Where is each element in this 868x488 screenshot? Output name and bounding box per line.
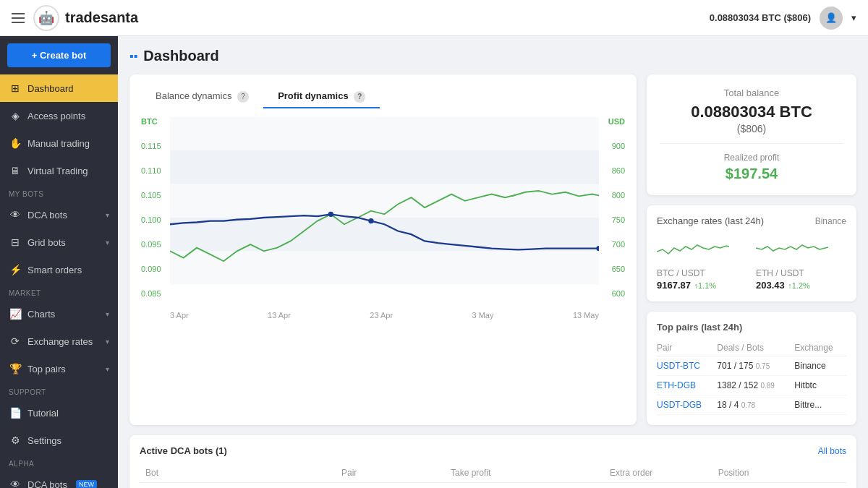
exchange-2: Bittre... <box>794 395 846 415</box>
grid-icon: ⊟ <box>9 236 22 249</box>
profit-help-icon[interactable]: ? <box>354 91 365 103</box>
sidebar-label-charts: Charts <box>27 309 55 320</box>
btc-usdt-pair: BTC / USDT <box>657 268 747 278</box>
sidebar-label-virtual: Virtual Trading <box>27 166 88 176</box>
rates-header: Exchange rates (last 24h) Binance <box>657 215 846 226</box>
alpha-dca-icon: 👁 <box>9 478 22 488</box>
rates-chevron: ▾ <box>106 338 109 346</box>
card-divider <box>660 143 843 144</box>
balance-help-icon[interactable]: ? <box>237 91 249 103</box>
dca-col-take-profit: Take profit <box>445 463 604 483</box>
market-section: MARKET <box>0 283 118 300</box>
deals-1: 1382 / 152 0.89 <box>717 376 794 395</box>
sidebar-item-manual-trading[interactable]: ✋ Manual trading <box>0 129 118 157</box>
top-pairs-header: Top pairs (last 24h) <box>657 322 846 333</box>
logo-icon: 🤖 <box>33 5 59 31</box>
exchange-0: Binance <box>794 356 846 376</box>
eth-usdt-pair: ETH / USDT <box>756 268 846 278</box>
btc-usdt-value: 9167.87 <box>657 280 691 291</box>
chart-tabs: Balance dynamics ? Profit dynamics ? <box>141 86 625 108</box>
sidebar-item-virtual-trading[interactable]: 🖥 Virtual Trading <box>0 157 118 184</box>
chart-area: BTC 0.115 0.110 0.105 0.100 0.095 0.090 … <box>141 117 625 320</box>
sidebar-item-tutorial[interactable]: 📄 Tutorial <box>0 399 118 427</box>
exchange-1: Hitbtc <box>794 376 846 395</box>
right-panel: Total balance 0.08803034 BTC ($806) Real… <box>647 74 856 425</box>
sidebar-label-dca: DCA bots <box>27 210 67 221</box>
btc-usdt-change: ↑1.1% <box>694 281 716 290</box>
dca-icon: 👁 <box>9 208 22 221</box>
avatar-chevron[interactable]: ▾ <box>851 12 856 23</box>
topbar-right: 0.08803034 BTC ($806) 👤 ▾ <box>710 7 856 30</box>
col-pair: Pair <box>657 340 717 356</box>
sidebar-item-exchange-rates[interactable]: ⟳ Exchange rates ▾ <box>0 328 118 355</box>
sidebar-item-access-points[interactable]: ◈ Access points <box>0 102 118 129</box>
rate-item-eth: ETH / USDT 203.43 ↑1.2% <box>756 234 846 291</box>
sidebar-item-grid-bots[interactable]: ⊟ Grid bots ▾ <box>0 228 118 256</box>
sidebar-item-dashboard[interactable]: ⊞ Dashboard <box>0 74 118 102</box>
topbar: 🤖 tradesanta 0.08803034 BTC ($806) 👤 ▾ <box>0 0 868 36</box>
create-bot-button[interactable]: + Create bot <box>7 43 111 67</box>
chart-x-axis: 3 Apr 13 Apr 23 Apr 3 May 13 May <box>170 311 599 320</box>
dca-col-extra-order: Extra order <box>604 463 712 483</box>
usd-label: USD <box>599 117 625 126</box>
tab-balance-dynamics[interactable]: Balance dynamics ? <box>141 86 263 108</box>
support-section: SUPPORT <box>0 382 118 399</box>
tab-profit-dynamics[interactable]: Profit dynamics ? <box>263 86 380 108</box>
sidebar-item-alpha-dca[interactable]: 👁 DCA bots NEW <box>0 471 118 488</box>
sidebar-item-smart-orders[interactable]: ⚡ Smart orders <box>0 256 118 283</box>
rates-source: Binance <box>815 216 846 226</box>
rates-icon: ⟳ <box>9 335 22 348</box>
sidebar-label-rates: Exchange rates <box>27 336 93 347</box>
dashboard-grid-icon: ▪▪ <box>129 50 137 63</box>
dca-all-bots-link[interactable]: All bots <box>818 446 846 456</box>
chart-y-axis-left: BTC 0.115 0.110 0.105 0.100 0.095 0.090 … <box>141 117 170 298</box>
top-pairs-card: Top pairs (last 24h) Pair Deals / Bots E… <box>647 312 856 425</box>
tutorial-icon: 📄 <box>9 406 22 419</box>
rate-item-btc: BTC / USDT 9167.87 ↑1.1% <box>657 234 747 291</box>
user-avatar[interactable]: 👤 <box>820 7 843 30</box>
balance-card: Total balance 0.08803034 BTC ($806) Real… <box>647 74 856 195</box>
charts-row: Balance dynamics ? Profit dynamics ? BTC… <box>129 74 856 425</box>
dca-chevron: ▾ <box>106 211 109 219</box>
sidebar-item-charts[interactable]: 📈 Charts ▾ <box>0 300 118 328</box>
topbar-left: 🤖 tradesanta <box>12 5 138 31</box>
deals-0: 701 / 175 0.75 <box>717 356 794 376</box>
table-row: USDT-DGB 18 / 4 0.78 Bittre... <box>657 395 846 415</box>
eth-usdt-change: ↑1.2% <box>788 281 810 290</box>
pair-link-0[interactable]: USDT-BTC <box>657 361 700 371</box>
rates-grid: BTC / USDT 9167.87 ↑1.1% ETH / USDT 203.… <box>657 234 846 291</box>
rates-title: Exchange rates (last 24h) <box>657 215 764 226</box>
svg-point-4 <box>368 218 373 223</box>
pair-link-1[interactable]: ETH-DGB <box>657 380 696 390</box>
dca-table-header: Active DCA bots (1) All bots <box>140 445 846 456</box>
grid-chevron: ▾ <box>106 239 109 247</box>
active-dca-section: Active DCA bots (1) All bots Bot Pair Ta… <box>129 435 856 488</box>
alpha-section: ALPHA <box>0 454 118 471</box>
balance-usd-value: ($806) <box>660 123 843 134</box>
header-balance: 0.08803034 BTC ($806) <box>710 12 811 23</box>
pair-link-2[interactable]: USDT-DGB <box>657 400 702 410</box>
col-exchange: Exchange <box>794 340 846 356</box>
dca-data-table: Bot Pair Take profit Extra order Positio… <box>140 463 846 488</box>
dashboard-icon: ⊞ <box>9 82 22 95</box>
btc-sparkline <box>657 234 729 262</box>
sidebar-item-settings[interactable]: ⚙ Settings <box>0 427 118 454</box>
rates-card: Exchange rates (last 24h) Binance BTC / … <box>647 205 856 301</box>
sidebar-item-top-pairs[interactable]: 🏆 Top pairs ▾ <box>0 355 118 382</box>
page-title-text: Dashboard <box>143 48 218 64</box>
hamburger-menu[interactable] <box>12 13 25 23</box>
sidebar-label-alpha-dca: DCA bots <box>27 479 67 489</box>
table-row: ETH-DGB 1382 / 152 0.89 Hitbtc <box>657 376 846 395</box>
chart-y-axis-right: USD 900 860 800 750 700 650 600 <box>599 117 625 298</box>
sidebar-label-grid: Grid bots <box>27 237 66 248</box>
dca-table-title: Active DCA bots (1) <box>140 445 227 456</box>
chart-card: Balance dynamics ? Profit dynamics ? BTC… <box>129 74 637 425</box>
profit-label: Realized profit <box>660 153 843 163</box>
sidebar-item-dca-bots[interactable]: 👁 DCA bots ▾ <box>0 201 118 228</box>
tab-balance-label: Balance dynamics <box>156 90 232 101</box>
svg-rect-1 <box>170 150 599 184</box>
balance-btc-value: 0.08803034 BTC <box>660 103 843 121</box>
top-pairs-chevron: ▾ <box>106 365 109 373</box>
page-title: ▪▪ Dashboard <box>129 48 856 64</box>
deals-2: 18 / 4 0.78 <box>717 395 794 415</box>
